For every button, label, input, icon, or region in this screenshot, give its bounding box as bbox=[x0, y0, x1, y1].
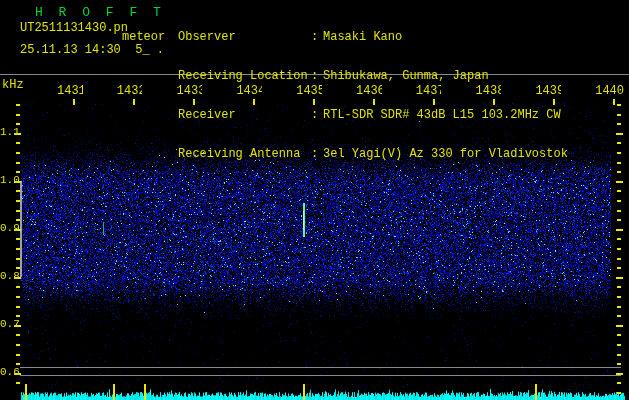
x-axis-label: 1432 bbox=[117, 84, 143, 98]
info-row-antenna: Receiving Antenna:3el Yagi(V) Az 330 for… bbox=[178, 148, 568, 161]
hrofft-window: H R O F F T UT2511131430.pn meteor 25.11… bbox=[0, 0, 629, 400]
y-axis-unit-label: kHz bbox=[2, 78, 24, 92]
y-axis-label: 0.6 bbox=[0, 366, 17, 378]
info-value: 3el Yagi(V) Az 330 for Vladivostok bbox=[323, 148, 568, 161]
info-separator: : bbox=[311, 148, 323, 161]
info-separator: : bbox=[311, 109, 323, 122]
info-label: Observer bbox=[178, 31, 311, 44]
info-separator: : bbox=[311, 70, 323, 83]
info-value: Masaki Kano bbox=[323, 31, 402, 44]
x-axis-label: 1436 bbox=[356, 84, 382, 98]
y-axis-label: 1.1 bbox=[0, 126, 17, 138]
x-axis-label: 1433 bbox=[177, 84, 203, 98]
info-label: Receiver bbox=[178, 109, 311, 122]
info-label: Receiving Location bbox=[178, 70, 311, 83]
info-label: Receiving Antenna bbox=[178, 148, 311, 161]
info-value: RTL-SDR SDR# 43dB L15 103.2MHz CW bbox=[323, 109, 561, 122]
mode-label: meteor bbox=[122, 30, 165, 44]
x-axis-label: 1440 bbox=[595, 84, 624, 98]
y-axis-label: 0.7 bbox=[0, 318, 17, 330]
y-axis-label: 1.0 bbox=[0, 174, 17, 186]
x-axis-label: 1437 bbox=[416, 84, 442, 98]
info-row-receiver: Receiver:RTL-SDR SDR# 43dB L15 103.2MHz … bbox=[178, 109, 568, 122]
date-time-and-count: 25.11.13 14:30 5_ . bbox=[20, 43, 164, 57]
app-title: H R O F F T bbox=[35, 5, 165, 20]
x-axis-label: 1435 bbox=[296, 84, 322, 98]
info-row-observer: Observer:Masaki Kano bbox=[178, 31, 568, 44]
info-row-location: Receiving Location:Shibukawa, Gunma, Jap… bbox=[178, 70, 568, 83]
x-axis-label: 1438 bbox=[476, 84, 502, 98]
x-axis-label: 1439 bbox=[535, 84, 561, 98]
info-separator: : bbox=[311, 31, 323, 44]
x-axis-label: 1434 bbox=[236, 84, 262, 98]
info-value: Shibukawa, Gunma, Japan bbox=[323, 70, 489, 83]
output-filename: UT2511131430.pn bbox=[20, 21, 128, 35]
y-axis-label: 0.8 bbox=[0, 270, 17, 282]
y-axis-label: 0.9 bbox=[0, 222, 17, 234]
x-axis-label: 1431 bbox=[57, 84, 83, 98]
